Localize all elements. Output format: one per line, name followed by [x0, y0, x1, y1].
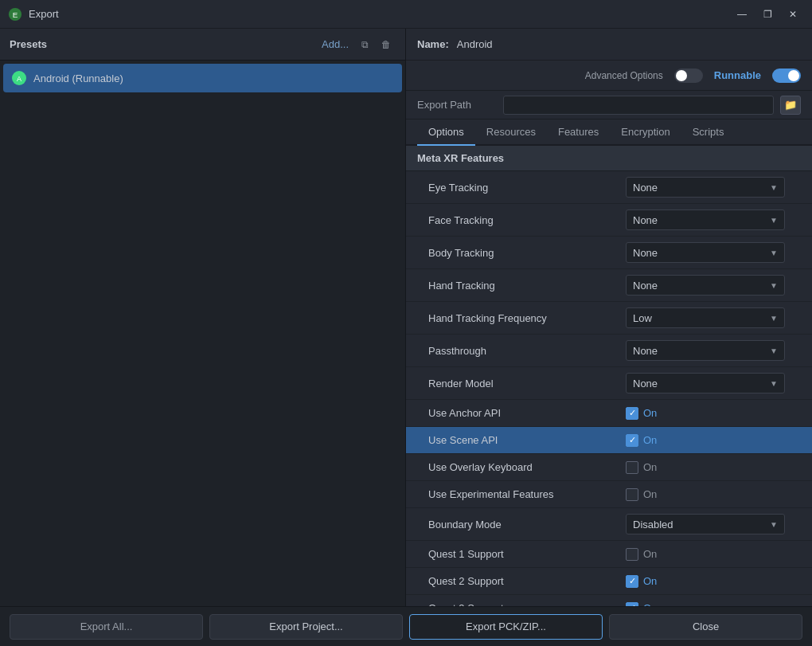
- svg-text:E: E: [13, 10, 18, 18]
- name-label: Name:: [417, 38, 449, 50]
- on-label: On: [643, 434, 657, 446]
- export-pck-button[interactable]: Export PCK/ZIP...: [409, 614, 603, 640]
- render-model-dropdown[interactable]: None ▼: [626, 373, 785, 393]
- check-on: ✓ On: [626, 602, 657, 607]
- feature-row-quest2: Quest 2 Support ✓ On: [406, 568, 812, 595]
- feature-label: Passthrough: [428, 345, 626, 357]
- use-scene-api-checkbox[interactable]: ✓: [626, 434, 638, 447]
- feature-control: Disabled ▼: [626, 514, 801, 534]
- check-on: On: [626, 461, 657, 474]
- maximize-button[interactable]: ❐: [756, 5, 779, 24]
- body-tracking-dropdown[interactable]: None ▼: [626, 242, 785, 263]
- runnable-toggle[interactable]: [772, 69, 801, 83]
- preset-actions: Add... ⧉ 🗑: [317, 37, 396, 52]
- right-panel: Name: Android Advanced Options Runnable …: [406, 29, 812, 606]
- feature-row-quest3: Quest 3 Support ✓ On: [406, 595, 812, 606]
- feature-control: ✓ On: [626, 434, 801, 447]
- tab-resources[interactable]: Resources: [475, 119, 547, 146]
- feature-row-use-scene-api: Use Scene API ✓ On: [406, 427, 812, 454]
- features-content: Meta XR Features Eye Tracking None ▼ Fac…: [406, 146, 812, 606]
- face-tracking-dropdown[interactable]: None ▼: [626, 209, 785, 230]
- check-on: On: [626, 488, 657, 501]
- feature-row-hand-tracking-frequency: Hand Tracking Frequency Low ▼: [406, 302, 812, 335]
- use-experimental-checkbox[interactable]: [626, 488, 638, 501]
- bottom-bar: Export All... Export Project... Export P…: [0, 606, 812, 646]
- window-title: Export: [29, 8, 731, 20]
- minimize-button[interactable]: —: [731, 5, 753, 24]
- feature-label: Hand Tracking Frequency: [428, 312, 626, 324]
- feature-row-face-tracking: Face Tracking None ▼: [406, 204, 812, 237]
- quest2-checkbox[interactable]: ✓: [626, 575, 638, 588]
- feature-row-body-tracking: Body Tracking None ▼: [406, 237, 812, 269]
- feature-control: On: [626, 488, 801, 501]
- tab-scripts[interactable]: Scripts: [681, 119, 736, 146]
- presets-header: Presets Add... ⧉ 🗑: [0, 29, 405, 61]
- tab-bar: Options Resources Features Encryption Sc…: [406, 119, 812, 146]
- feature-control: On: [626, 548, 801, 561]
- use-overlay-keyboard-checkbox[interactable]: [626, 461, 638, 474]
- feature-row-use-experimental: Use Experimental Features On: [406, 481, 812, 508]
- tab-options[interactable]: Options: [417, 119, 475, 146]
- feature-row-passthrough: Passthrough None ▼: [406, 335, 812, 367]
- export-path-row: Export Path 📁: [406, 91, 812, 119]
- feature-label: Use Overlay Keyboard: [428, 461, 626, 473]
- preset-item[interactable]: A Android (Runnable): [3, 64, 402, 92]
- feature-row-quest1: Quest 1 Support On: [406, 541, 812, 568]
- feature-control: ✓ On: [626, 407, 801, 420]
- add-preset-button[interactable]: Add...: [317, 37, 353, 52]
- passthrough-dropdown[interactable]: None ▼: [626, 340, 785, 361]
- close-window-button[interactable]: ✕: [782, 5, 804, 24]
- feature-label: Use Scene API: [428, 434, 626, 446]
- feature-control: ✓ On: [626, 602, 801, 607]
- feature-control: Low ▼: [626, 307, 801, 328]
- check-on: ✓ On: [626, 434, 657, 447]
- eye-tracking-dropdown[interactable]: None ▼: [626, 177, 785, 198]
- feature-control: None ▼: [626, 373, 801, 393]
- section-header: Meta XR Features: [406, 146, 812, 171]
- advanced-options-label: Advanced Options: [585, 70, 663, 81]
- check-on: ✓ On: [626, 407, 657, 420]
- use-anchor-api-checkbox[interactable]: ✓: [626, 407, 638, 420]
- export-all-button[interactable]: Export All...: [10, 614, 203, 640]
- feature-control: None ▼: [626, 275, 801, 296]
- feature-control: None ▼: [626, 209, 801, 230]
- check-on: ✓ On: [626, 575, 657, 588]
- on-label: On: [643, 461, 657, 473]
- feature-row-use-anchor-api: Use Anchor API ✓ On: [406, 400, 812, 427]
- feature-label: Boundary Mode: [428, 519, 626, 531]
- feature-row-hand-tracking: Hand Tracking None ▼: [406, 269, 812, 302]
- feature-label: Quest 1 Support: [428, 548, 626, 560]
- preset-name: Android (Runnable): [33, 72, 123, 84]
- export-project-button[interactable]: Export Project...: [209, 614, 403, 640]
- hand-tracking-frequency-dropdown[interactable]: Low ▼: [626, 307, 785, 328]
- runnable-label: Runnable: [714, 69, 761, 81]
- tab-encryption[interactable]: Encryption: [610, 119, 681, 146]
- feature-row-render-model: Render Model None ▼: [406, 367, 812, 400]
- boundary-mode-dropdown[interactable]: Disabled ▼: [626, 514, 785, 534]
- feature-label: Use Anchor API: [428, 407, 626, 419]
- window-controls: — ❐ ✕: [731, 5, 804, 24]
- advanced-options-toggle[interactable]: [674, 69, 703, 83]
- main-layout: Presets Add... ⧉ 🗑 A Android (Runnable) …: [0, 29, 812, 606]
- feature-label: Render Model: [428, 378, 626, 390]
- feature-row-use-overlay-keyboard: Use Overlay Keyboard On: [406, 454, 812, 481]
- quest3-checkbox[interactable]: ✓: [626, 602, 638, 607]
- tab-features[interactable]: Features: [547, 119, 610, 146]
- check-on: On: [626, 548, 657, 561]
- delete-preset-button[interactable]: 🗑: [377, 37, 396, 52]
- quest1-checkbox[interactable]: [626, 548, 638, 561]
- export-path-input[interactable]: [503, 96, 774, 115]
- feature-control: None ▼: [626, 177, 801, 198]
- duplicate-preset-button[interactable]: ⧉: [357, 37, 373, 52]
- close-button[interactable]: Close: [609, 614, 802, 640]
- name-row: Name: Android: [406, 29, 812, 61]
- feature-label: Hand Tracking: [428, 280, 626, 292]
- hand-tracking-dropdown[interactable]: None ▼: [626, 275, 785, 296]
- preset-list: A Android (Runnable): [0, 61, 405, 96]
- feature-label: Face Tracking: [428, 214, 626, 226]
- browse-folder-button[interactable]: 📁: [780, 96, 801, 115]
- on-label: On: [643, 575, 657, 587]
- feature-control: None ▼: [626, 340, 801, 361]
- title-bar: E Export — ❐ ✕: [0, 0, 812, 29]
- feature-control: ✓ On: [626, 575, 801, 588]
